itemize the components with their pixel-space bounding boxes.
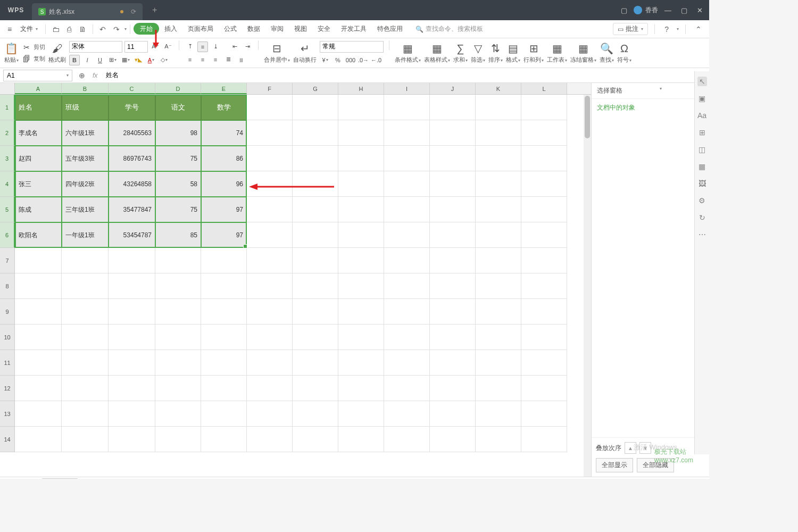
data-cell[interactable]: 六年级1班 xyxy=(62,120,109,146)
format-button[interactable]: ▤格式▾ xyxy=(506,40,520,65)
row-header[interactable]: 10 xyxy=(0,325,15,350)
cell[interactable] xyxy=(338,197,384,222)
paste-button[interactable]: 📋 粘贴▾ xyxy=(4,40,19,65)
cell[interactable] xyxy=(476,299,521,325)
fill-color-button[interactable]: ▾◣ xyxy=(133,55,144,65)
menu-tab-审阅[interactable]: 审阅 xyxy=(265,22,289,36)
cell[interactable] xyxy=(430,273,476,299)
cell[interactable] xyxy=(293,146,338,171)
cell[interactable] xyxy=(476,146,521,171)
clear-format-button[interactable]: ◇▾ xyxy=(159,55,169,65)
cell[interactable] xyxy=(521,120,567,146)
sheet-tab[interactable]: Sheet1 xyxy=(41,478,78,479)
decrease-font-icon[interactable]: A⁻ xyxy=(163,41,173,52)
data-cell[interactable]: 74 xyxy=(201,120,247,146)
row-header[interactable]: 2 xyxy=(0,120,15,146)
column-header[interactable]: J xyxy=(430,83,476,94)
distribute-icon[interactable]: ⫼ xyxy=(236,54,246,65)
cell[interactable] xyxy=(338,325,384,350)
sort-button[interactable]: ⇅排序▾ xyxy=(488,40,503,65)
cell[interactable] xyxy=(247,197,293,222)
close-button[interactable]: ✕ xyxy=(697,6,703,14)
collapse-ribbon-icon[interactable]: ⌃ xyxy=(692,23,705,36)
cell[interactable] xyxy=(62,401,109,427)
cell[interactable] xyxy=(293,273,338,299)
cell[interactable] xyxy=(476,273,521,299)
cell[interactable] xyxy=(476,95,521,120)
decrease-decimal-icon[interactable]: ←.0 xyxy=(371,55,381,65)
cell[interactable] xyxy=(293,401,338,427)
cell[interactable] xyxy=(521,248,567,273)
cell[interactable] xyxy=(247,248,293,273)
help-button[interactable]: ? xyxy=(661,23,672,36)
fx-icon[interactable]: fx xyxy=(93,72,97,79)
cell[interactable] xyxy=(338,376,384,401)
menu-hamburger-icon[interactable]: ≡ xyxy=(4,23,15,36)
data-cell[interactable]: 四年级2班 xyxy=(62,171,109,197)
cell[interactable] xyxy=(521,376,567,401)
increase-decimal-icon[interactable]: .0→ xyxy=(358,55,369,65)
data-cell[interactable]: 53454787 xyxy=(109,222,155,248)
rowcol-button[interactable]: ⊞行和列▾ xyxy=(523,40,544,65)
cell[interactable] xyxy=(521,222,567,248)
cell[interactable] xyxy=(384,273,430,299)
cell[interactable] xyxy=(384,120,430,146)
data-cell[interactable]: 三年级1班 xyxy=(62,197,109,222)
column-header[interactable]: G xyxy=(293,83,338,94)
cell[interactable] xyxy=(247,299,293,325)
cell[interactable] xyxy=(476,171,521,197)
cell[interactable] xyxy=(430,350,476,376)
cell[interactable] xyxy=(247,427,293,452)
increase-font-icon[interactable]: A⁺ xyxy=(150,41,161,52)
cell[interactable] xyxy=(293,299,338,325)
cell[interactable] xyxy=(293,120,338,146)
data-cell[interactable]: 86976743 xyxy=(109,146,155,171)
cell[interactable] xyxy=(430,299,476,325)
border-button[interactable]: ⊞▾ xyxy=(107,55,118,65)
cell[interactable] xyxy=(155,401,201,427)
name-box[interactable]: A1▾ xyxy=(3,70,72,81)
more-icon[interactable]: ⋯ xyxy=(697,230,707,239)
cell[interactable] xyxy=(15,401,62,427)
row-header[interactable]: 3 xyxy=(0,146,15,171)
cell[interactable] xyxy=(62,350,109,376)
data-cell[interactable]: 一年级1班 xyxy=(62,222,109,248)
align-top-icon[interactable]: ⤒ xyxy=(185,41,195,52)
data-cell[interactable]: 85 xyxy=(155,222,201,248)
row-header[interactable]: 13 xyxy=(0,401,15,427)
menu-tab-数据[interactable]: 数据 xyxy=(242,22,265,36)
align-bottom-icon[interactable]: ⤓ xyxy=(210,41,221,52)
cell[interactable] xyxy=(62,376,109,401)
header-cell[interactable]: 学号 xyxy=(109,95,155,120)
number-format-select[interactable] xyxy=(320,41,384,53)
vertical-scrollbar[interactable] xyxy=(584,95,591,477)
cell-style-button[interactable]: ▦▾ xyxy=(120,55,131,65)
cell[interactable] xyxy=(476,222,521,248)
cell[interactable] xyxy=(430,401,476,427)
select-all-corner[interactable] xyxy=(0,83,15,94)
cell[interactable] xyxy=(476,401,521,427)
cell[interactable] xyxy=(109,350,155,376)
cell[interactable] xyxy=(293,197,338,222)
cell[interactable] xyxy=(109,401,155,427)
italic-button[interactable]: I xyxy=(82,55,93,65)
gallery-icon[interactable]: ▦ xyxy=(697,162,707,171)
cell[interactable] xyxy=(293,222,338,248)
cell[interactable] xyxy=(247,95,293,120)
cell[interactable] xyxy=(293,350,338,376)
cell[interactable] xyxy=(430,376,476,401)
cell[interactable] xyxy=(15,248,62,273)
cell[interactable] xyxy=(201,273,247,299)
merge-center-button[interactable]: ⊟ 合并居中▾ xyxy=(264,40,290,65)
row-header[interactable]: 9 xyxy=(0,299,15,325)
cell[interactable] xyxy=(293,95,338,120)
header-cell[interactable]: 班级 xyxy=(62,95,109,120)
auto-wrap-button[interactable]: ↵ 自动换行 xyxy=(293,40,317,65)
cell[interactable] xyxy=(155,325,201,350)
preview-icon[interactable]: 🗎 xyxy=(76,23,89,36)
column-header[interactable]: D xyxy=(155,83,201,94)
format-painter-button[interactable]: 🖌 格式刷 xyxy=(48,40,66,65)
cell[interactable] xyxy=(384,299,430,325)
settings-icon[interactable]: ⚙ xyxy=(697,196,707,205)
properties-icon[interactable]: ▣ xyxy=(697,94,707,103)
